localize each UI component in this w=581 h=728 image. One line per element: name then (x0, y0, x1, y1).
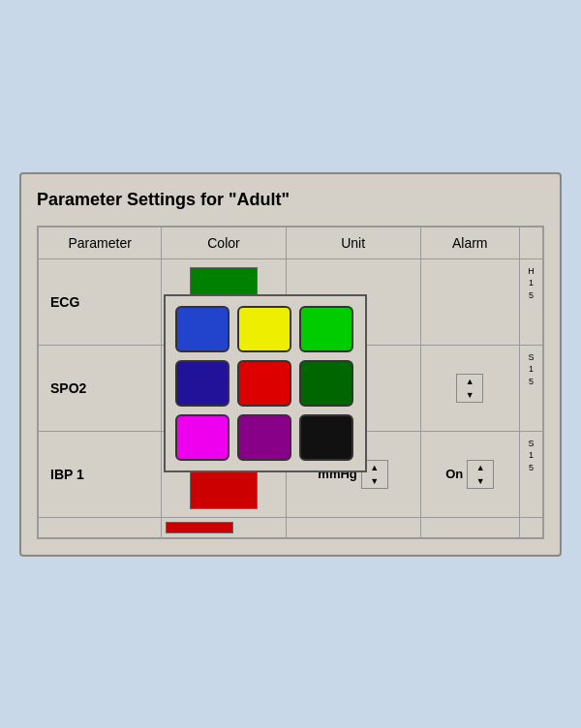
spo2-alarm-stepper[interactable]: ▲ ▼ (456, 374, 483, 403)
spo2-param-label: SPO2 (39, 345, 162, 431)
color-option-purple[interactable] (237, 414, 291, 461)
ibp1-alarm-down-btn[interactable]: ▼ (468, 474, 493, 488)
ibp1-alarm-stepper-container: On ▲ ▼ (427, 460, 513, 489)
ibp1-alarm-up-btn[interactable]: ▲ (468, 461, 493, 474)
spo2-alarm-cell: ▲ ▼ (420, 345, 519, 431)
spo2-alarm-down-btn[interactable]: ▼ (457, 388, 482, 402)
ibp1-alarm-stepper[interactable]: ▲ ▼ (467, 460, 494, 489)
col-header-color: Color (162, 227, 286, 258)
col-header-extra (520, 227, 543, 258)
ecg-right-info: H15 (522, 261, 540, 306)
col-header-parameter: Parameter (39, 227, 162, 258)
ecg-alarm-cell (420, 258, 519, 345)
color-option-darkgreen[interactable] (299, 360, 353, 407)
settings-window: Parameter Settings for "Adult" Parameter… (19, 172, 562, 557)
spo2-right-info: S15 (522, 348, 540, 392)
ibp1-unit-down-btn[interactable]: ▼ (362, 474, 387, 488)
partial-color (162, 517, 286, 537)
color-grid (175, 306, 355, 461)
partial-unit (286, 517, 420, 537)
color-option-red[interactable] (237, 360, 291, 407)
spo2-alarm-stepper-container: ▲ ▼ (427, 374, 513, 403)
ecg-param-label: ECG (39, 258, 162, 345)
col-header-unit: Unit (286, 227, 420, 258)
ibp1-alarm-cell[interactable]: On ▲ ▼ (420, 431, 519, 517)
ecg-right-cell: H15 (520, 258, 543, 345)
spo2-alarm-up-btn[interactable]: ▲ (457, 375, 482, 388)
ibp1-right-info: S15 (522, 434, 540, 478)
color-option-black[interactable] (299, 414, 353, 461)
ibp1-alarm-value: On (445, 467, 463, 481)
col-header-alarm: Alarm (420, 227, 519, 258)
color-picker-popup (164, 294, 367, 472)
color-option-darkblue[interactable] (175, 360, 229, 407)
color-option-blue[interactable] (175, 306, 229, 352)
window-title: Parameter Settings for "Adult" (37, 190, 544, 210)
color-option-lime[interactable] (299, 306, 353, 352)
partial-extra (520, 517, 543, 537)
table-row-partial (39, 517, 543, 537)
spo2-right-cell: S15 (520, 345, 543, 431)
table-container: Parameter Color Unit Alarm ECG (37, 226, 544, 539)
partial-param (39, 517, 162, 537)
color-option-yellow[interactable] (237, 306, 291, 352)
color-option-magenta[interactable] (175, 414, 229, 461)
ibp1-param-label: IBP 1 (39, 431, 162, 517)
partial-alarm (420, 517, 519, 537)
ibp1-right-cell: S15 (520, 431, 543, 517)
